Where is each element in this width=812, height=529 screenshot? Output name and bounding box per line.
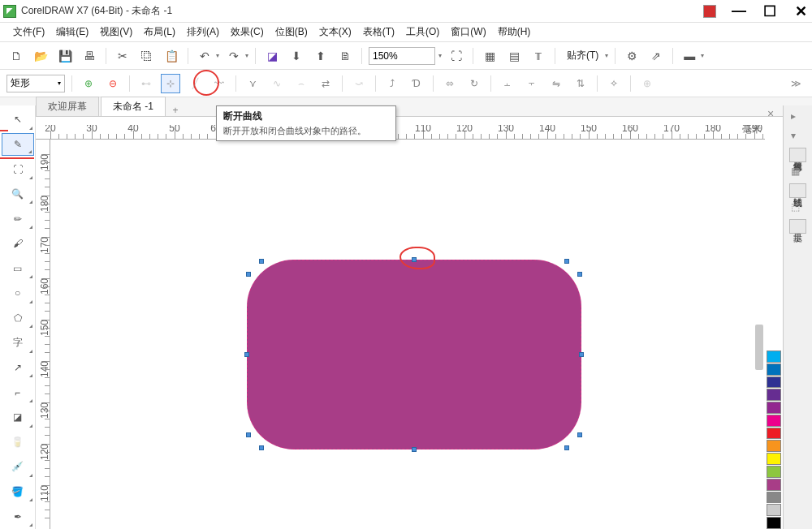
elastic-icon[interactable]: ✧ <box>604 74 624 93</box>
parallel-dim-icon[interactable]: ↗ <box>2 356 34 380</box>
cut-icon[interactable]: ✂ <box>113 46 132 66</box>
color-swatch[interactable] <box>767 466 781 478</box>
color-swatch[interactable] <box>767 363 781 376</box>
save-icon[interactable]: 💾 <box>55 46 75 66</box>
docker-arrow-icon[interactable]: ▸ <box>791 110 806 125</box>
options-icon[interactable]: ⚙ <box>622 46 641 66</box>
ellipse-tool-icon[interactable]: ○ <box>2 282 34 305</box>
pick-tool-icon[interactable]: ↖ <box>2 108 34 131</box>
undo-icon[interactable]: ↶ <box>195 46 214 66</box>
align-h-icon[interactable]: ⫠ <box>498 74 517 93</box>
to-curve-icon[interactable]: 〰 <box>209 74 229 93</box>
menu-file[interactable]: 文件(F) <box>8 24 50 41</box>
outline-icon[interactable]: ✒ <box>2 505 34 528</box>
freehand-tool-icon[interactable]: ✏ <box>2 207 34 230</box>
menu-view[interactable]: 视图(V) <box>95 24 137 41</box>
user-icon[interactable] <box>703 5 716 18</box>
overflow-icon[interactable]: ≫ <box>786 74 806 93</box>
maximize-button[interactable]: ☐ <box>762 2 778 20</box>
menu-edit[interactable]: 编辑(E) <box>51 24 93 41</box>
menu-layout[interactable]: 布局(L) <box>139 24 180 41</box>
search-icon[interactable]: ◪ <box>262 46 282 66</box>
docker-object-properties[interactable]: 对象属性 <box>789 148 806 162</box>
extract-icon[interactable]: ⤴ <box>382 74 402 93</box>
docker-hints[interactable]: 提示 <box>789 219 806 234</box>
color-swatch[interactable] <box>767 351 781 363</box>
paste-icon[interactable]: 📋 <box>162 46 181 66</box>
vertical-scrollbar[interactable] <box>755 325 763 370</box>
publish-icon[interactable]: 🗎 <box>335 46 355 66</box>
menu-effects[interactable]: 效果(C) <box>226 24 269 41</box>
cusp-node-icon[interactable]: ⋎ <box>243 74 262 93</box>
delete-node-icon[interactable]: ⊖ <box>103 74 123 93</box>
reflect-v-icon[interactable]: ⇅ <box>571 74 590 93</box>
color-swatch[interactable] <box>767 504 781 516</box>
menu-arrange[interactable]: 排列(A) <box>182 24 224 41</box>
align-v-icon[interactable]: ⫟ <box>522 74 542 93</box>
crop-tool-icon[interactable]: ⛶ <box>2 157 34 181</box>
rotate-icon[interactable]: ↻ <box>464 74 484 93</box>
reverse-icon[interactable]: ⇄ <box>316 74 335 93</box>
import-icon[interactable]: ⬇ <box>287 46 306 66</box>
canvas[interactable] <box>50 140 754 518</box>
guides-icon[interactable]: ⫪ <box>529 46 548 66</box>
shape-selector[interactable]: 矩形▾ <box>6 75 65 92</box>
app-launcher-icon[interactable]: ▬ <box>680 46 699 66</box>
minimize-button[interactable]: — <box>731 2 747 19</box>
snap-dropdown[interactable]: 贴齐(T) <box>562 47 603 64</box>
color-swatch[interactable] <box>767 492 781 504</box>
docker-icon-2[interactable]: ▦ <box>791 166 806 180</box>
redo-icon[interactable]: ↷ <box>224 46 244 66</box>
menu-tools[interactable]: 工具(O) <box>401 24 444 41</box>
rounded-rectangle-shape[interactable] <box>247 260 581 449</box>
zoom-tool-icon[interactable]: 🔍 <box>2 183 34 206</box>
break-curve-icon[interactable]: ⊹ <box>161 74 180 93</box>
copy-icon[interactable]: ⿻ <box>137 46 157 66</box>
close-docker-button[interactable]: × <box>763 107 778 122</box>
stretch-icon[interactable]: ⬄ <box>440 74 460 93</box>
add-tab-button[interactable]: + <box>167 105 184 116</box>
transparency-icon[interactable]: 🥛 <box>2 431 34 454</box>
color-swatch[interactable] <box>767 517 781 529</box>
artistic-media-icon[interactable]: 🖌 <box>2 232 34 256</box>
color-swatch[interactable] <box>767 453 781 465</box>
menu-bitmaps[interactable]: 位图(B) <box>270 24 313 41</box>
tab-document[interactable]: 未命名 -1 <box>101 97 166 116</box>
polygon-tool-icon[interactable]: ⬠ <box>2 307 34 330</box>
add-node-icon[interactable]: ⊕ <box>79 74 98 93</box>
reflect-h-icon[interactable]: ⇋ <box>546 74 566 93</box>
color-swatch[interactable] <box>767 428 781 440</box>
tab-welcome[interactable]: 欢迎屏幕 <box>36 97 99 116</box>
menu-window[interactable]: 窗口(W) <box>446 24 490 41</box>
shape-tool-icon[interactable]: ✎ <box>2 133 34 157</box>
menu-text[interactable]: 文本(X) <box>314 24 356 41</box>
launch-icon[interactable]: ⇗ <box>646 46 666 66</box>
docker-guidelines[interactable]: 辅助线 <box>789 183 806 198</box>
rulers-icon[interactable]: ▦ <box>480 46 499 66</box>
open-icon[interactable]: 📂 <box>31 46 50 66</box>
interactive-fill-icon[interactable]: 🪣 <box>2 480 34 504</box>
color-swatch[interactable] <box>767 440 781 452</box>
color-swatch[interactable] <box>767 402 781 414</box>
menu-table[interactable]: 表格(T) <box>358 24 400 41</box>
new-icon[interactable]: 🗋 <box>6 46 26 66</box>
zoom-input[interactable] <box>369 47 435 65</box>
rectangle-tool-icon[interactable]: ▭ <box>2 257 34 281</box>
color-swatch[interactable] <box>767 376 781 389</box>
docker-expand-icon[interactable]: ▾ <box>791 130 806 144</box>
grid-icon[interactable]: ▤ <box>504 46 524 66</box>
connector-icon[interactable]: ⌐ <box>2 381 34 404</box>
color-swatch[interactable] <box>767 389 781 401</box>
color-swatch[interactable] <box>767 415 781 427</box>
export-icon[interactable]: ⬆ <box>311 46 330 66</box>
drop-shadow-icon[interactable]: ◪ <box>2 406 34 429</box>
print-icon[interactable]: 🖶 <box>80 46 99 66</box>
eyedropper-icon[interactable]: 💉 <box>2 455 34 479</box>
close-button[interactable]: ✕ <box>793 2 809 20</box>
close-curve-icon[interactable]: Ɗ <box>407 74 426 93</box>
text-tool-icon[interactable]: 字 <box>2 331 34 355</box>
color-swatch[interactable] <box>767 479 781 491</box>
docker-icon-3[interactable]: ⬚ <box>791 201 806 216</box>
fullscreen-icon[interactable]: ⛶ <box>447 46 466 66</box>
menu-help[interactable]: 帮助(H) <box>493 24 536 41</box>
